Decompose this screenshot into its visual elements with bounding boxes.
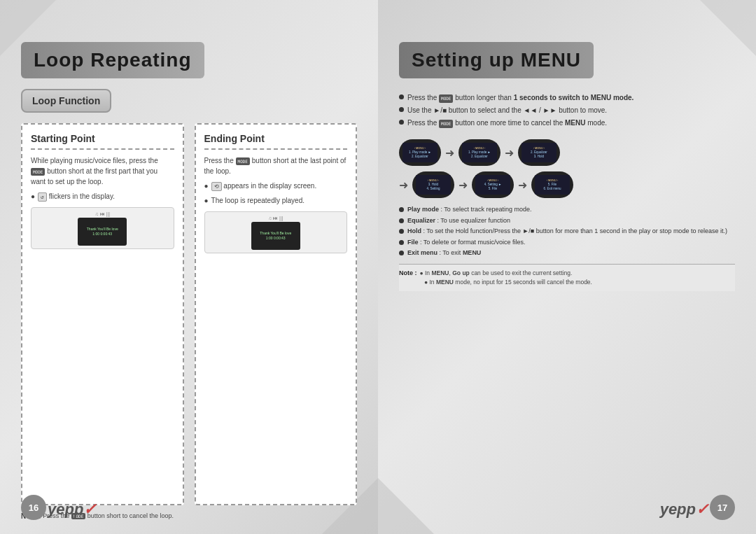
right-yepp-logo: yepp✓ [660, 500, 708, 519]
mode-badge-end: MODE [236, 157, 250, 165]
desc-hold: Hold : To set the Hold function/Press th… [399, 227, 735, 237]
desc-file-label: File [407, 239, 419, 246]
starting-point-title: Starting Point [31, 133, 174, 150]
menu-device-2: ‹ MENU › 1. Play mode ►2. Equalizer [458, 139, 500, 166]
right-bullet-1: Press the MODE button longer than 1 seco… [399, 92, 735, 104]
ending-bullet-1: ● ⟲ appears in the display screen. [204, 181, 348, 191]
mode-badge-r3: MODE [439, 120, 453, 128]
menu-device-3: ‹ MENU › 2. Equalizer3. Hold [518, 139, 560, 166]
desc-hold-label: Hold [407, 227, 421, 234]
menu-screen-1: ‹ MENU › 1. Play mode ►2. Equalizer [399, 139, 441, 166]
arrow-r2-2: ➜ [458, 178, 468, 192]
ending-screen: Thank You'll Be love 1:00 0:00:43 [251, 222, 300, 250]
mode-badge-r1: MODE [439, 94, 453, 103]
ending-point-title: Ending Point [204, 133, 348, 150]
desc-exit: Exit menu : To exit MENU [399, 248, 735, 258]
desc-file: File : To delete or format music/voice f… [399, 238, 735, 248]
right-bullet-list: Press the MODE button longer than 1 seco… [399, 92, 735, 129]
menu-device-6: ‹ MENU › 5. File6. Exit menu [531, 171, 573, 198]
menu-screen-3: ‹ MENU › 2. Equalizer3. Hold [518, 139, 560, 166]
loop-function-badge: Loop Function [21, 89, 111, 113]
left-page-number: 16 [21, 495, 46, 520]
starting-screen-text: Thank You'll Be love 1:00 0:00:43 [87, 227, 118, 236]
left-yepp-logo: yepp✓ [48, 500, 96, 519]
starting-bullet: ● ↺ flickers in the display. [31, 191, 174, 202]
left-title: Loop Repeating [34, 49, 192, 71]
corner-decoration-bl [378, 478, 434, 534]
loop-function-label: Loop Function [32, 95, 100, 106]
menu-row-2: ➜ ‹ MENU › 3. Hold4. Setting ➜ [399, 171, 735, 198]
ending-bullet-2-text: The loop is repeatedly played. [211, 195, 304, 206]
ending-point-box: Ending Point Press the MODE button short… [195, 123, 358, 505]
starting-bullet-text: ↺ flickers in the display. [38, 191, 115, 202]
right-page: Setting up MENU Press the MODE button lo… [378, 0, 756, 534]
right-page-number: 17 [710, 495, 735, 520]
ending-bullet-1-text: ⟲ appears in the display screen. [211, 181, 317, 191]
right-note-label: Note : [399, 269, 417, 279]
corner-decoration-tr [700, 0, 756, 56]
menu-screens: ‹ MENU › 1. Play mode ►2. Equalizer ➜ ‹ … [399, 139, 735, 198]
ending-point-text: Press the MODE button short at the last … [204, 155, 348, 176]
right-title: Setting up MENU [412, 49, 581, 71]
content-boxes: Starting Point While playing music/voice… [21, 123, 357, 505]
starting-device-image: ♫ ⏭ ||| Thank You'll Be love 1:00 0:00:4… [31, 207, 174, 249]
ending-device-image: ♫ ⏭ ||| Thank You'll Be love 1:00 0:00:4… [204, 211, 348, 253]
desc-equalizer: Equalizer : To use equalizer function [399, 216, 735, 226]
arrow-r2-3: ➜ [518, 178, 527, 192]
menu-screen-6: ‹ MENU › 5. File6. Exit menu [531, 171, 573, 198]
corner-decoration-tl [0, 0, 56, 56]
menu-device-4: ‹ MENU › 3. Hold4. Setting [412, 171, 454, 198]
menu-row-1: ‹ MENU › 1. Play mode ►2. Equalizer ➜ ‹ … [399, 139, 735, 166]
left-page: Loop Repeating Loop Function Starting Po… [0, 0, 378, 534]
arrow-r2-1: ➜ [399, 178, 408, 192]
desc-play-mode: Play mode : To select track repeating mo… [399, 205, 735, 215]
arrow-1: ➜ [445, 146, 454, 160]
page-container: Loop Repeating Loop Function Starting Po… [0, 0, 756, 534]
menu-screen-5: ‹ MENU › 4. Setting ►5. File [472, 171, 514, 198]
right-note-section: Note : ● In MENU, Go up can be used to e… [399, 264, 735, 291]
ending-bullet-2: ● The loop is repeatedly played. [204, 195, 348, 206]
arrow-2: ➜ [505, 146, 514, 160]
desc-equalizer-label: Equalizer [407, 217, 435, 224]
starting-point-box: Starting Point While playing music/voice… [21, 123, 184, 505]
menu-device-5: ‹ MENU › 4. Setting ►5. File [472, 171, 514, 198]
menu-screen-4: ‹ MENU › 3. Hold4. Setting [412, 171, 454, 198]
right-bullet-2: Use the ►/■ button to select and the ◄◄ … [399, 105, 735, 116]
right-note-line-1: Note : ● In MENU, Go up can be used to e… [399, 269, 735, 279]
right-content: Press the MODE button longer than 1 seco… [399, 89, 735, 520]
menu-device-1: ‹ MENU › 1. Play mode ►2. Equalizer [399, 139, 441, 166]
right-note-line-2: ● In MENU mode, no input for 15 seconds … [399, 278, 735, 287]
right-bullet-3: Press the MODE button one more time to c… [399, 118, 735, 129]
desc-exit-label: Exit menu [407, 249, 438, 256]
right-title-block: Setting up MENU [399, 42, 594, 78]
mode-badge-start: MODE [31, 168, 45, 176]
menu-screen-2: ‹ MENU › 1. Play mode ►2. Equalizer [458, 139, 500, 166]
starting-screen: Thank You'll Be love 1:00 0:00:43 [78, 218, 127, 246]
starting-point-text: While playing music/voice files, press t… [31, 155, 174, 187]
desc-play-mode-label: Play mode [407, 206, 439, 213]
description-list: Play mode : To select track repeating mo… [399, 205, 735, 258]
ending-screen-text: Thank You'll Be love 1:00 0:00:43 [260, 231, 291, 240]
